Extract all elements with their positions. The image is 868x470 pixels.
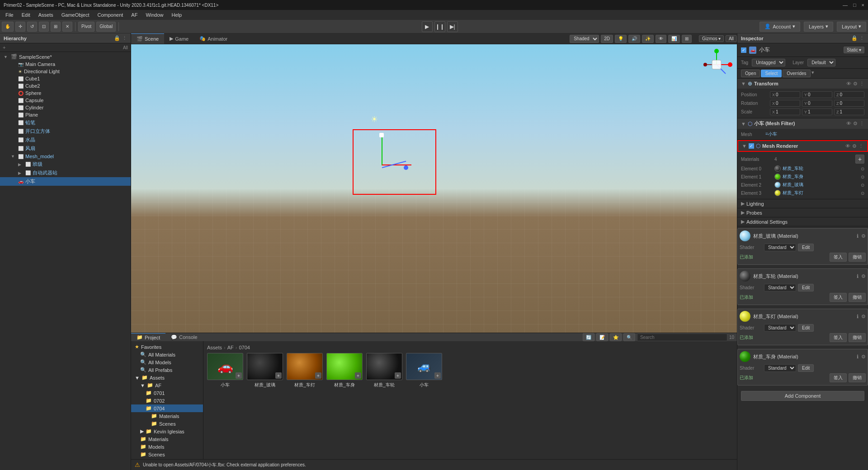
mat-glass-enter-btn[interactable]: 签入: [830, 253, 847, 262]
rotation-x-field[interactable]: X 0: [770, 100, 800, 107]
materials-add-btn[interactable]: +: [855, 155, 864, 164]
static-btn[interactable]: Static ▾: [844, 47, 864, 53]
lighting-toggle[interactable]: 💡: [615, 35, 627, 43]
hierarchy-lock-icon[interactable]: 🔒: [114, 35, 120, 41]
toolbar-tool-transform[interactable]: ✕: [62, 22, 72, 32]
rotation-z-field[interactable]: Z 0: [834, 100, 864, 107]
hier-pencil[interactable]: ⬜ 铅笔: [0, 118, 131, 127]
titlebar-controls[interactable]: — □ ×: [843, 2, 864, 8]
layout-btn[interactable]: Layout ▾: [837, 22, 866, 32]
tab-animator[interactable]: 🎭 Animator: [194, 33, 233, 44]
mat-glass-shader-select[interactable]: Standard: [764, 244, 796, 251]
model-open-btn[interactable]: Open: [741, 70, 760, 77]
hier-scene[interactable]: ▼ 🎬 SampleScene*: [0, 53, 131, 61]
glass-mat-add-btn[interactable]: +: [275, 372, 282, 379]
project-new-btn[interactable]: 📝: [596, 333, 608, 341]
mesh-filter-header[interactable]: ▼ ⬡ 小车 (Mesh Filter) 👁 ⚙ ⋮: [737, 118, 868, 129]
menu-file[interactable]: File: [2, 11, 17, 19]
mat-lamp-edit-btn[interactable]: Edit: [798, 324, 814, 332]
effects-toggle[interactable]: ✨: [642, 35, 654, 43]
bc-0704[interactable]: 0704: [239, 345, 250, 350]
hier-crystal[interactable]: ⬜ 水晶: [0, 136, 131, 144]
e3-target-icon[interactable]: ⊙: [861, 191, 864, 196]
hier-mesh-model[interactable]: ▼ ⬜ Mesh_model: [0, 153, 131, 160]
mat-glass-undo-btn[interactable]: 撤销: [849, 253, 866, 262]
mesh-filter-eye-btn[interactable]: 👁: [846, 121, 851, 127]
hier-capsule[interactable]: ⬜ Capsule: [0, 97, 131, 104]
mat-lamp-enter-btn[interactable]: 签入: [830, 333, 847, 342]
probes-header[interactable]: ▶ Probes: [737, 208, 868, 217]
tab-scene[interactable]: 🎬 Scene: [131, 33, 164, 44]
asset-wheel-mat[interactable]: + 材质_车轮: [366, 353, 402, 388]
mesh-renderer-settings-btn[interactable]: ⚙: [852, 143, 857, 149]
folder-0702[interactable]: 📁 0702: [131, 397, 203, 404]
mat-glass-info-btn[interactable]: ℹ: [857, 233, 859, 239]
mesh-renderer-checkbox[interactable]: ✓: [749, 143, 754, 149]
hierarchy-more-icon[interactable]: ⋮: [122, 35, 127, 41]
af-folder[interactable]: ▼ 📁 AF: [131, 381, 203, 389]
obj-active-checkbox[interactable]: ✓: [741, 47, 746, 53]
favorites-header[interactable]: ★ Favorites: [131, 343, 203, 351]
menu-af[interactable]: AF: [127, 11, 141, 19]
hier-class[interactable]: ▶ ⬜ 班级: [0, 160, 131, 169]
toolbar-tool-scale[interactable]: ⊡: [39, 22, 49, 32]
account-btn[interactable]: 👤 Account ▾: [760, 22, 800, 32]
folder-scenes[interactable]: 📁 Scenes: [131, 420, 203, 428]
mat-body-shader-select[interactable]: Standard: [764, 364, 796, 372]
minimize-btn[interactable]: —: [843, 2, 848, 8]
mesh-renderer-header[interactable]: ▼ ✓ ⬡ Mesh Renderer 👁 ⚙ ⋮: [737, 140, 868, 152]
light-mat-add-btn[interactable]: +: [315, 372, 321, 379]
toolbar-tool-hand[interactable]: ✋: [2, 22, 14, 32]
fav-all-prefabs[interactable]: 🔍 All Prefabs: [131, 366, 203, 374]
position-z-field[interactable]: Z 0: [834, 91, 864, 98]
model-overrides-btn[interactable]: Overrides: [783, 70, 810, 77]
mesh-filter-settings-btn[interactable]: ⚙: [853, 121, 858, 127]
mesh-filter-more-btn[interactable]: ⋮: [859, 121, 864, 127]
project-sync-btn[interactable]: 🔄: [583, 333, 594, 341]
hier-weapon-station[interactable]: ▶ ⬜ 自动武器站: [0, 169, 131, 177]
menu-assets[interactable]: Assets: [35, 11, 57, 19]
maximize-btn[interactable]: □: [853, 2, 856, 8]
hierarchy-all-btn[interactable]: All: [123, 45, 128, 50]
hier-cube1[interactable]: ⬜ Cube1: [0, 75, 131, 82]
folder-0704[interactable]: 📁 0704: [131, 404, 203, 412]
position-x-field[interactable]: X 0: [770, 91, 800, 98]
bc-af[interactable]: AF: [227, 345, 234, 350]
mat-glass-settings-btn[interactable]: ⚙: [861, 233, 866, 239]
mat-body-info-btn[interactable]: ℹ: [857, 354, 859, 360]
rotation-y-field[interactable]: Y 0: [802, 100, 832, 107]
mat-wheel-settings-btn[interactable]: ⚙: [861, 273, 866, 279]
step-button[interactable]: ▶|: [447, 21, 458, 32]
fav-all-materials[interactable]: 🔍 All Materials: [131, 351, 203, 358]
layers-btn[interactable]: Layers ▾: [804, 22, 833, 32]
menu-window[interactable]: Window: [142, 11, 167, 19]
e1-target-icon[interactable]: ⊙: [861, 174, 864, 179]
mat-body-undo-btn[interactable]: 撤销: [849, 373, 866, 382]
inspector-more-icon[interactable]: ⋮: [859, 35, 864, 41]
asset-light-mat[interactable]: + 材质_车灯: [287, 353, 323, 388]
transform-more-btn[interactable]: ⋮: [859, 81, 864, 87]
models-folder[interactable]: 📁 Models: [131, 443, 203, 451]
add-component-btn[interactable]: Add Component: [741, 391, 864, 401]
all-btn[interactable]: All: [726, 35, 737, 42]
project-fav-btn[interactable]: ⭐: [610, 333, 622, 341]
hier-directional-light[interactable]: ☀ Directional Light: [0, 68, 131, 75]
menu-component[interactable]: Component: [94, 11, 127, 19]
grid-toggle[interactable]: ⊞: [682, 35, 692, 43]
wheel-mat-add-btn[interactable]: +: [395, 372, 401, 379]
tab-project[interactable]: 📁 Project: [131, 333, 165, 341]
asset-car-model[interactable]: 🚗 + 小车: [207, 353, 243, 388]
shading-dropdown[interactable]: Shaded: [570, 35, 599, 43]
menu-gameobject[interactable]: GameObject: [58, 11, 93, 19]
menu-edit[interactable]: Edit: [18, 11, 34, 19]
scale-z-field[interactable]: Z 1: [834, 108, 864, 115]
hide-toggle[interactable]: 👁: [656, 35, 666, 43]
mat-lamp-shader-select[interactable]: Standard: [764, 324, 796, 332]
fav-all-models[interactable]: 🔍 All Models: [131, 358, 203, 366]
hier-main-camera[interactable]: 📷 Main Camera: [0, 61, 131, 68]
scene-viewport[interactable]: ☀: [131, 44, 737, 333]
model-select-btn[interactable]: Select: [761, 70, 782, 77]
pause-button[interactable]: ❙❙: [434, 21, 445, 32]
pivot-btn[interactable]: Pivot: [78, 22, 94, 32]
mat-lamp-settings-btn[interactable]: ⚙: [861, 314, 866, 320]
